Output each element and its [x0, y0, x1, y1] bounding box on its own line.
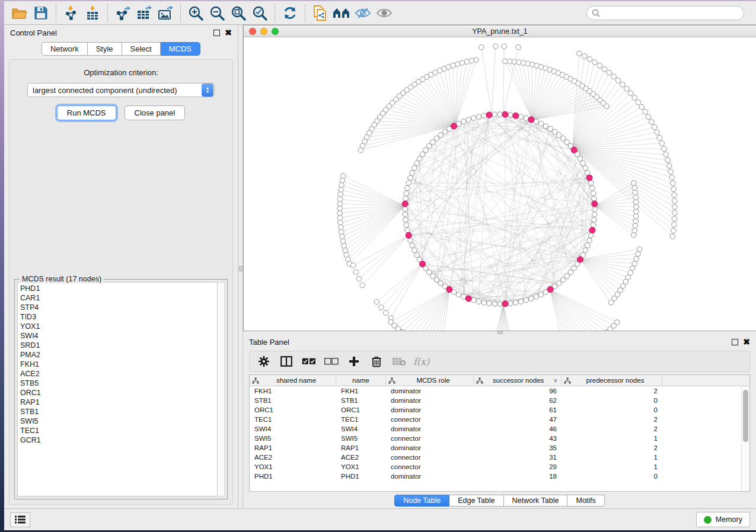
- horizontal-splitter[interactable]: [243, 331, 756, 334]
- table-row[interactable]: SWI5SWI5connector431: [250, 434, 749, 443]
- minimize-window-button[interactable]: [260, 28, 267, 35]
- network-node[interactable]: [404, 191, 409, 196]
- network-leaf-node[interactable]: [670, 234, 675, 239]
- network-node[interactable]: [471, 116, 476, 121]
- network-leaf-node[interactable]: [665, 158, 671, 163]
- mcds-hub-node[interactable]: [451, 123, 457, 129]
- zoom-fit-button[interactable]: [228, 4, 249, 23]
- mcds-result-item[interactable]: STB5: [20, 379, 215, 388]
- network-node[interactable]: [592, 207, 598, 212]
- network-leaf-node[interactable]: [630, 265, 636, 271]
- tab-motifs[interactable]: Motifs: [567, 495, 604, 507]
- export-image-button[interactable]: [155, 4, 176, 23]
- network-node[interactable]: [492, 112, 497, 117]
- network-node[interactable]: [583, 165, 588, 171]
- network-node[interactable]: [403, 217, 409, 223]
- network-node[interactable]: [412, 165, 417, 171]
- tab-node-table[interactable]: Node Table: [394, 495, 449, 507]
- vertical-splitter[interactable]: [238, 25, 243, 508]
- network-leaf-node[interactable]: [657, 135, 662, 140]
- network-node[interactable]: [592, 212, 597, 217]
- column-header-MCDS-role[interactable]: MCDS role: [386, 375, 474, 386]
- network-leaf-node[interactable]: [624, 86, 630, 91]
- mcds-hub-node[interactable]: [528, 117, 534, 123]
- mcds-hub-node[interactable]: [420, 261, 426, 267]
- network-leaf-node[interactable]: [634, 209, 639, 214]
- mcds-hub-node[interactable]: [502, 111, 508, 117]
- network-leaf-node[interactable]: [469, 58, 474, 63]
- mcds-result-list[interactable]: PHD1CAR1STP4TID3YOX1SWI4SRD1PMA2FKH1ACE2…: [17, 282, 218, 496]
- network-leaf-node[interactable]: [672, 198, 677, 204]
- network-leaf-node[interactable]: [587, 57, 592, 62]
- network-leaf-node[interactable]: [636, 100, 641, 105]
- apply-function-button[interactable]: f(x): [412, 352, 431, 370]
- network-leaf-node[interactable]: [474, 57, 479, 63]
- close-panel-button[interactable]: ✖: [225, 28, 232, 37]
- mcds-hub-node[interactable]: [465, 296, 471, 302]
- network-node[interactable]: [518, 299, 524, 305]
- network-node[interactable]: [497, 112, 503, 117]
- mcds-hub-node[interactable]: [589, 227, 595, 233]
- network-leaf-node[interactable]: [607, 70, 612, 75]
- network-node[interactable]: [481, 300, 487, 305]
- close-window-button[interactable]: [249, 28, 256, 35]
- network-node[interactable]: [578, 156, 583, 162]
- hide-selected-button[interactable]: [352, 4, 374, 23]
- mcds-hub-node[interactable]: [502, 301, 508, 307]
- network-leaf-node[interactable]: [615, 78, 621, 83]
- network-leaf-node[interactable]: [639, 104, 645, 110]
- save-session-button[interactable]: [30, 4, 52, 23]
- maximize-window-button[interactable]: [272, 28, 279, 35]
- network-node[interactable]: [588, 180, 594, 185]
- open-file-button[interactable]: [9, 4, 30, 23]
- network-leaf-node[interactable]: [633, 200, 639, 205]
- tab-style[interactable]: Style: [88, 42, 122, 56]
- table-settings-button[interactable]: [254, 352, 273, 370]
- network-leaf-node[interactable]: [634, 204, 639, 210]
- network-node[interactable]: [471, 297, 476, 303]
- tab-mcds[interactable]: MCDS: [161, 42, 200, 56]
- mcds-hub-node[interactable]: [577, 257, 583, 262]
- mcds-result-item[interactable]: PMA2: [20, 350, 215, 360]
- network-leaf-node[interactable]: [339, 187, 344, 193]
- column-header-successor-nodes[interactable]: successor nodes∨: [474, 375, 562, 386]
- search-input[interactable]: [604, 9, 739, 17]
- network-node[interactable]: [590, 185, 595, 191]
- network-leaf-node[interactable]: [379, 305, 384, 310]
- mcds-result-item[interactable]: SWI4: [20, 331, 215, 341]
- network-leaf-node[interactable]: [672, 204, 678, 210]
- network-node[interactable]: [583, 248, 588, 253]
- network-node[interactable]: [410, 243, 415, 248]
- network-node[interactable]: [529, 296, 534, 302]
- network-leaf-node[interactable]: [337, 201, 343, 207]
- mcds-result-item[interactable]: SRD1: [20, 341, 215, 350]
- network-leaf-node[interactable]: [479, 44, 484, 50]
- network-leaf-node[interactable]: [597, 63, 602, 68]
- network-leaf-node[interactable]: [374, 299, 379, 305]
- network-leaf-node[interactable]: [464, 59, 470, 65]
- refresh-layout-button[interactable]: [279, 4, 301, 23]
- network-node[interactable]: [524, 297, 529, 303]
- network-node[interactable]: [513, 300, 519, 305]
- table-row[interactable]: ACE2ACE2connector311: [250, 453, 749, 462]
- network-leaf-node[interactable]: [353, 270, 359, 275]
- network-leaf-node[interactable]: [672, 222, 677, 227]
- network-node[interactable]: [412, 248, 417, 253]
- network-leaf-node[interactable]: [671, 187, 677, 192]
- network-leaf-node[interactable]: [672, 216, 677, 222]
- mcds-hub-node[interactable]: [547, 286, 553, 292]
- memory-button[interactable]: Memory: [696, 512, 750, 527]
- mcds-result-item[interactable]: STB1: [20, 407, 215, 416]
- network-leaf-node[interactable]: [631, 233, 636, 238]
- mcds-result-item[interactable]: GCR1: [20, 435, 215, 445]
- network-node[interactable]: [414, 252, 420, 258]
- network-node[interactable]: [592, 217, 597, 223]
- export-network-button[interactable]: [112, 4, 133, 23]
- network-node[interactable]: [410, 170, 415, 175]
- splitter-handle[interactable]: [497, 331, 503, 334]
- table-row[interactable]: ORC1ORC1dominator610: [250, 405, 749, 415]
- clone-network-button[interactable]: [310, 4, 331, 23]
- show-all-button[interactable]: [374, 4, 395, 23]
- close-panel-action-button[interactable]: Close panel: [125, 105, 186, 120]
- network-leaf-node[interactable]: [646, 114, 651, 120]
